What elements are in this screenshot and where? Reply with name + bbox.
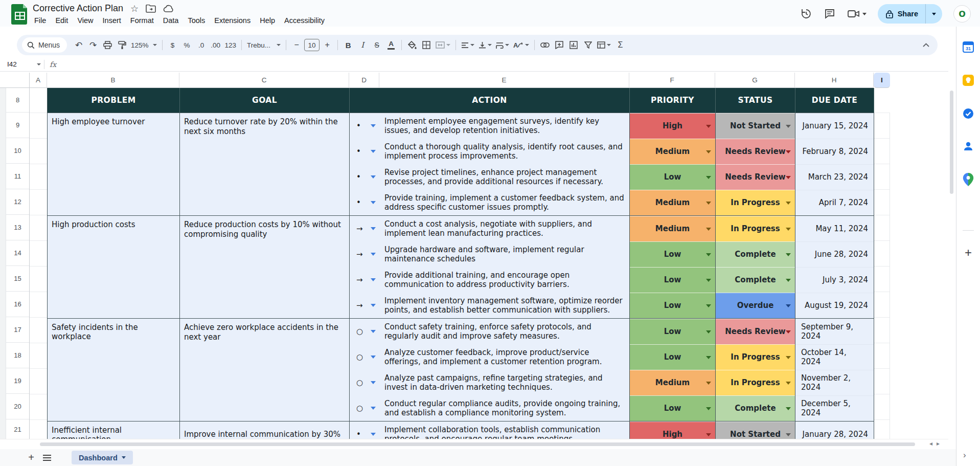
menu-accessibility[interactable]: Accessibility: [280, 15, 329, 26]
name-box[interactable]: I42: [0, 60, 41, 68]
column-header-e[interactable]: E: [379, 73, 629, 88]
goal-cell[interactable]: Improve internal communication by 30%: [180, 421, 350, 439]
action-cell[interactable]: Conduct a thorough quality analysis, ide…: [380, 139, 630, 164]
priority-cell[interactable]: Low: [630, 344, 716, 370]
row-header-15[interactable]: 15: [6, 266, 29, 292]
dropdown-arrow-icon[interactable]: [706, 279, 711, 282]
vertical-align-button[interactable]: [477, 38, 493, 52]
dropdown-arrow-icon[interactable]: [371, 433, 376, 436]
horizontal-scrollbar[interactable]: [0, 439, 948, 449]
status-cell[interactable]: In Progress: [716, 370, 795, 395]
status-cell[interactable]: In Progress: [716, 190, 795, 215]
maps-icon[interactable]: [963, 173, 974, 186]
menu-view[interactable]: View: [73, 15, 98, 26]
dropdown-arrow-icon[interactable]: [371, 278, 376, 281]
due-date-cell[interactable]: July 3, 2024: [795, 267, 874, 293]
status-cell[interactable]: In Progress: [716, 344, 795, 370]
dropdown-arrow-icon[interactable]: [786, 382, 791, 385]
increase-font-size-button[interactable]: +: [321, 38, 334, 52]
create-filter-button[interactable]: [581, 38, 595, 52]
bullet-cell[interactable]: →: [350, 267, 380, 293]
dropdown-arrow-icon[interactable]: [371, 175, 376, 179]
dropdown-arrow-icon[interactable]: [371, 150, 376, 153]
text-wrap-button[interactable]: [494, 38, 511, 52]
dropdown-arrow-icon[interactable]: [786, 433, 791, 436]
priority-cell[interactable]: Low: [630, 395, 716, 421]
star-icon[interactable]: ☆: [130, 4, 139, 13]
sheet-tab-menu-icon[interactable]: [122, 456, 126, 459]
dropdown-arrow-icon[interactable]: [786, 228, 791, 231]
dropdown-arrow-icon[interactable]: [371, 356, 376, 359]
action-cell[interactable]: Upgrade hardware and software, implement…: [380, 241, 630, 267]
dropdown-arrow-icon[interactable]: [786, 304, 791, 307]
status-cell[interactable]: Not Started: [716, 113, 795, 139]
insert-comment-button[interactable]: [553, 38, 566, 52]
header-problem[interactable]: PROBLEM: [48, 88, 180, 113]
table-views-button[interactable]: [596, 38, 612, 52]
dropdown-arrow-icon[interactable]: [706, 407, 711, 410]
decrease-font-size-button[interactable]: −: [290, 38, 303, 52]
status-cell[interactable]: Needs Review: [716, 164, 795, 190]
row-header-13[interactable]: 13: [6, 215, 29, 240]
hide-toolbar-button[interactable]: [919, 38, 932, 52]
vertical-scrollbar[interactable]: [949, 73, 954, 439]
status-cell[interactable]: Complete: [716, 267, 795, 293]
sheet-tab-dashboard[interactable]: Dashboard: [72, 451, 133, 464]
all-sheets-button[interactable]: [43, 455, 58, 461]
header-due-date[interactable]: DUE DATE: [795, 88, 874, 113]
font-select[interactable]: Trebu...: [245, 38, 282, 52]
column-header-a[interactable]: A: [30, 73, 47, 88]
redo-button[interactable]: ↷: [86, 38, 100, 52]
priority-cell[interactable]: Medium: [630, 370, 716, 395]
row-header-20[interactable]: 20: [6, 394, 29, 419]
priority-cell[interactable]: Low: [630, 241, 716, 267]
bullet-cell[interactable]: ○: [350, 344, 380, 370]
column-header-g[interactable]: G: [715, 73, 795, 88]
decrease-decimals-button[interactable]: .0: [195, 38, 208, 52]
undo-button[interactable]: ↶: [72, 38, 85, 52]
paint-format-button[interactable]: [115, 38, 128, 52]
priority-cell[interactable]: Low: [630, 164, 716, 190]
dropdown-arrow-icon[interactable]: [706, 202, 711, 205]
bullet-cell[interactable]: ○: [350, 319, 380, 344]
row-header-21[interactable]: 21: [6, 419, 29, 439]
action-cell[interactable]: Conduct regular compliance audits, provi…: [380, 395, 630, 421]
dropdown-arrow-icon[interactable]: [371, 407, 376, 410]
priority-cell[interactable]: Medium: [630, 139, 716, 164]
bullet-cell[interactable]: ○: [350, 395, 380, 421]
due-date-cell[interactable]: April 7, 2024: [795, 190, 874, 215]
priority-cell[interactable]: High: [630, 113, 716, 139]
fill-color-button[interactable]: [405, 38, 419, 52]
due-date-cell[interactable]: August 19, 2024: [795, 293, 874, 318]
cloud-saved-icon[interactable]: [163, 5, 174, 13]
problem-cell[interactable]: Inefficient internal communication: [48, 421, 180, 439]
problem-cell[interactable]: High employee turnover: [48, 113, 180, 215]
dropdown-arrow-icon[interactable]: [786, 407, 791, 410]
borders-button[interactable]: [420, 38, 433, 52]
dropdown-arrow-icon[interactable]: [786, 253, 791, 256]
menu-file[interactable]: File: [30, 15, 51, 26]
menu-format[interactable]: Format: [126, 15, 158, 26]
priority-cell[interactable]: Low: [630, 319, 716, 344]
goal-cell[interactable]: Reduce turnover rate by 20% within the n…: [180, 113, 350, 215]
row-header-8[interactable]: 8: [6, 88, 29, 113]
scroll-left-arrow-icon[interactable]: ◂: [929, 440, 932, 447]
problem-cell[interactable]: Safety incidents in the workplace: [48, 319, 180, 421]
calendar-icon[interactable]: 31: [962, 41, 974, 53]
bullet-cell[interactable]: •: [350, 190, 380, 215]
bullet-cell[interactable]: •: [350, 113, 380, 139]
action-cell[interactable]: Provide training, implement a customer f…: [380, 190, 630, 215]
text-color-button[interactable]: A: [384, 38, 398, 52]
status-cell[interactable]: Complete: [716, 395, 795, 421]
merge-cells-button[interactable]: [434, 38, 452, 52]
strikethrough-button[interactable]: S: [370, 38, 383, 52]
bullet-cell[interactable]: →: [350, 293, 380, 318]
dropdown-arrow-icon[interactable]: [706, 433, 711, 436]
priority-cell[interactable]: Low: [630, 267, 716, 293]
sheets-logo-icon[interactable]: [11, 4, 29, 25]
due-date-cell[interactable]: February 8, 2024: [795, 139, 874, 164]
bullet-cell[interactable]: •: [350, 421, 380, 439]
status-cell[interactable]: Needs Review: [716, 139, 795, 164]
select-all-corner[interactable]: [0, 73, 30, 88]
dropdown-arrow-icon[interactable]: [706, 125, 711, 128]
